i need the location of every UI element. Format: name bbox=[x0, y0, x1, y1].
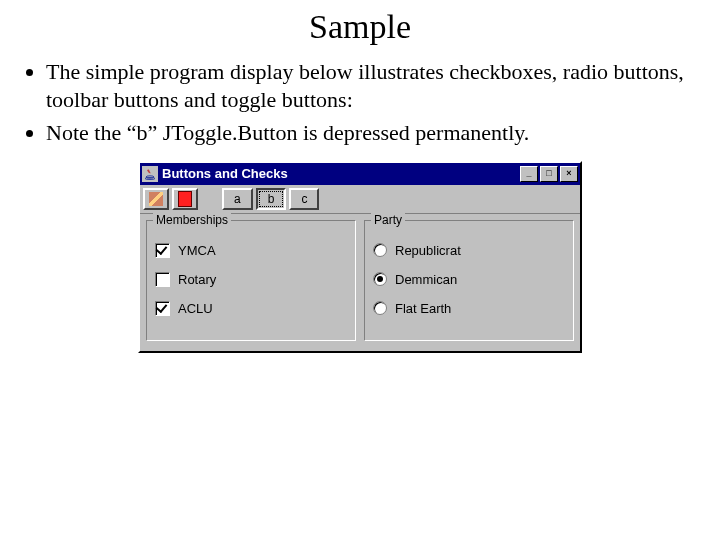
bullet-list: The simple program display below illustr… bbox=[28, 58, 700, 147]
toolbar-button-pencil[interactable] bbox=[143, 188, 169, 210]
toggle-button-c[interactable]: c bbox=[289, 188, 319, 210]
checkbox-label: Rotary bbox=[178, 272, 216, 287]
radio-label: Demmican bbox=[395, 272, 457, 287]
party-group: Party Republicrat Demmican Flat Earth bbox=[364, 220, 574, 341]
checkbox-row-ymca[interactable]: YMCA bbox=[155, 243, 347, 258]
toolbar-button-red[interactable] bbox=[172, 188, 198, 210]
close-button[interactable]: × bbox=[560, 166, 578, 182]
radio-demmican[interactable] bbox=[373, 272, 387, 286]
checkbox-row-aclu[interactable]: ACLU bbox=[155, 301, 347, 316]
checkbox-rotary[interactable] bbox=[155, 272, 170, 287]
app-window: Buttons and Checks _ □ × a b c Membershi… bbox=[138, 161, 582, 353]
radio-republicrat[interactable] bbox=[373, 243, 387, 257]
slide-title: Sample bbox=[0, 8, 720, 46]
radio-label: Republicrat bbox=[395, 243, 461, 258]
java-cup-icon bbox=[142, 166, 158, 182]
minimize-button[interactable]: _ bbox=[520, 166, 538, 182]
radio-row-republicrat[interactable]: Republicrat bbox=[373, 243, 565, 258]
radio-row-flatearth[interactable]: Flat Earth bbox=[373, 301, 565, 316]
checkbox-label: YMCA bbox=[178, 243, 216, 258]
window-title: Buttons and Checks bbox=[162, 166, 518, 181]
checkbox-label: ACLU bbox=[178, 301, 213, 316]
memberships-group: Memberships YMCA Rotary ACLU bbox=[146, 220, 356, 341]
radio-row-demmican[interactable]: Demmican bbox=[373, 272, 565, 287]
toolbar: a b c bbox=[140, 185, 580, 214]
radio-label: Flat Earth bbox=[395, 301, 451, 316]
party-title: Party bbox=[371, 213, 405, 227]
panel-area: Memberships YMCA Rotary ACLU Party Repub… bbox=[140, 214, 580, 351]
radio-flatearth[interactable] bbox=[373, 301, 387, 315]
checkbox-ymca[interactable] bbox=[155, 243, 170, 258]
bullet-item-1: The simple program display below illustr… bbox=[46, 58, 700, 113]
checkbox-row-rotary[interactable]: Rotary bbox=[155, 272, 347, 287]
checkbox-aclu[interactable] bbox=[155, 301, 170, 316]
red-square-icon bbox=[178, 191, 192, 207]
title-bar[interactable]: Buttons and Checks _ □ × bbox=[140, 163, 580, 185]
bullet-item-2: Note the “b” JToggle.Button is depressed… bbox=[46, 119, 700, 147]
pencil-icon bbox=[149, 192, 163, 206]
toggle-button-a[interactable]: a bbox=[222, 188, 253, 210]
toggle-button-b[interactable]: b bbox=[256, 188, 287, 210]
maximize-button[interactable]: □ bbox=[540, 166, 558, 182]
memberships-title: Memberships bbox=[153, 213, 231, 227]
